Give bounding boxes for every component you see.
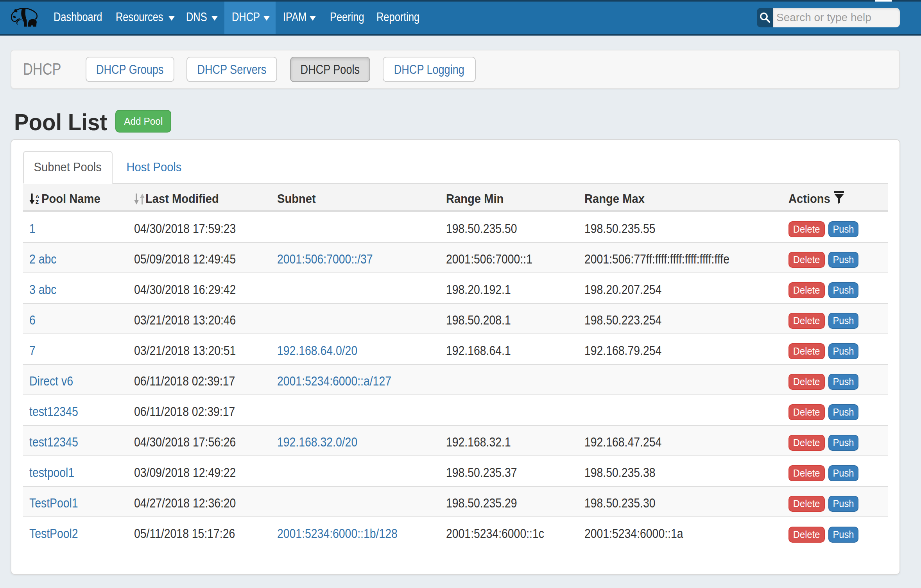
svg-text:A: A	[36, 193, 39, 199]
svg-text:Z: Z	[36, 199, 39, 205]
